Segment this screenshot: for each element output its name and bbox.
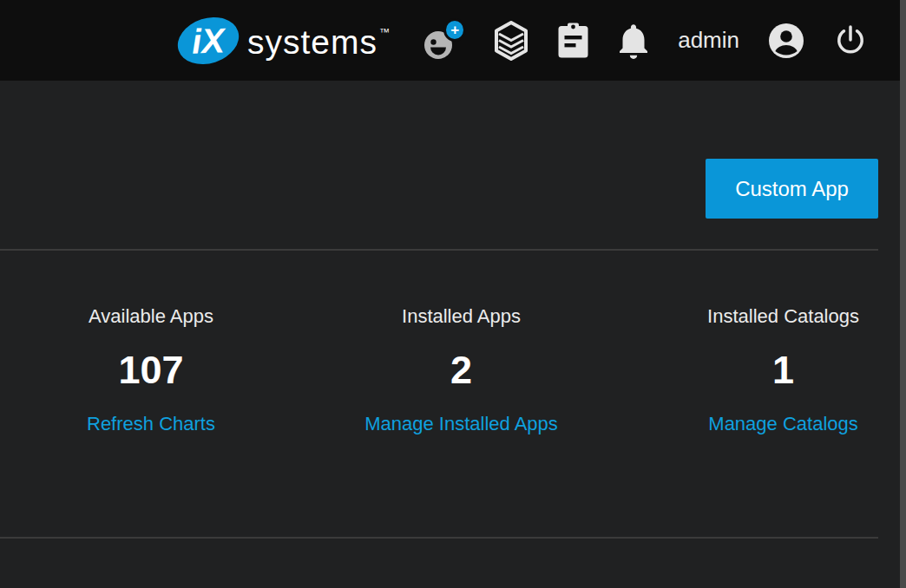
stat-installed-catalogs: Installed Catalogs 1 Manage Catalogs — [707, 306, 859, 434]
manage-catalogs-link[interactable]: Manage Catalogs — [708, 414, 857, 434]
scrollbar-track[interactable] — [900, 0, 906, 588]
refresh-charts-link[interactable]: Refresh Charts — [87, 414, 215, 434]
stat-value: 107 — [118, 348, 183, 393]
bell-icon — [618, 23, 649, 59]
tasks-button[interactable] — [557, 23, 589, 59]
feedback-plus-badge: + — [443, 18, 466, 42]
stat-installed-apps: Installed Apps 2 Manage Installed Apps — [364, 306, 558, 434]
header-actions: + admin — [424, 0, 868, 81]
truecommand-button[interactable] — [494, 21, 528, 61]
account-circle-icon — [768, 23, 804, 59]
divider — [0, 537, 878, 539]
header: iX systems ™ + — [0, 0, 906, 81]
tasks-clipboard-icon — [557, 23, 589, 59]
stat-label: Available Apps — [89, 306, 213, 327]
stat-value: 2 — [450, 348, 472, 393]
divider — [0, 249, 878, 251]
feedback-button[interactable]: + — [424, 20, 465, 61]
stat-available-apps: Available Apps 107 Refresh Charts — [87, 306, 215, 434]
account-button[interactable] — [768, 23, 804, 59]
stat-value: 1 — [772, 348, 794, 393]
power-icon — [833, 23, 868, 58]
logo-systems-text: systems — [247, 24, 378, 61]
notifications-button[interactable] — [618, 23, 649, 59]
apps-stats-row: Available Apps 107 Refresh Charts Instal… — [0, 306, 878, 434]
ixsystems-logo: iX systems ™ — [177, 0, 390, 81]
stat-label: Installed Apps — [402, 306, 521, 327]
ix-logo-mark: iX — [172, 10, 246, 72]
power-button[interactable] — [833, 23, 868, 58]
manage-installed-apps-link[interactable]: Manage Installed Apps — [364, 414, 558, 434]
stat-label: Installed Catalogs — [707, 306, 859, 327]
ix-logo-text: iX — [191, 23, 225, 58]
custom-app-button[interactable]: Custom App — [706, 159, 878, 219]
username-label: admin — [678, 27, 739, 54]
truecommand-cube-icon — [494, 21, 528, 61]
logo-trademark: ™ — [379, 27, 390, 37]
scrollbar-thumb[interactable] — [900, 0, 906, 588]
logo-wordmark: systems ™ — [247, 24, 390, 61]
add-reaction-icon: + — [424, 20, 465, 61]
